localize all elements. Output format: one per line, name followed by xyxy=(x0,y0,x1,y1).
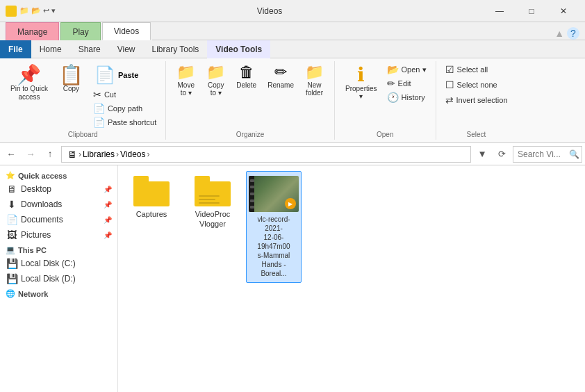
dropdown-button[interactable]: ▼ xyxy=(474,146,491,163)
pin-quick-access-button[interactable]: 📌 Pin to Quickaccess xyxy=(6,63,53,104)
edit-button[interactable]: ✏ Edit xyxy=(384,76,430,90)
local-disk-d-label: Local Disk (D:) xyxy=(21,274,112,284)
search-input[interactable] xyxy=(518,149,566,159)
invert-selection-label: Invert selection xyxy=(456,96,508,104)
ribbon-group-clipboard: 📌 Pin to Quickaccess 📋 Copy 📄 Paste ✂ Cu… xyxy=(0,61,166,140)
select-group-label: Select xyxy=(467,131,486,138)
tab-manage[interactable]: Manage xyxy=(6,22,59,40)
sidebar-section-quick-access[interactable]: ⭐ Quick access xyxy=(0,168,117,181)
sidebar-item-documents[interactable]: 📄 Documents 📌 xyxy=(0,212,117,227)
organize-group-label: Organize xyxy=(236,131,265,138)
properties-button[interactable]: ℹ Properties▾ xyxy=(340,63,382,103)
address-path[interactable]: 🖥 › Libraries › Videos › xyxy=(61,146,471,163)
pictures-label: Pictures xyxy=(21,230,101,240)
open-content: ℹ Properties▾ 📂 Open ▾ ✏ Edit 🕐 History xyxy=(340,63,430,129)
sidebar-item-local-disk-d[interactable]: 💾 Local Disk (D:) xyxy=(0,271,117,286)
cut-icon: ✂ xyxy=(93,89,101,100)
file-item-videoproc[interactable]: VideoProcVlogger xyxy=(185,171,240,283)
sidebar-item-desktop[interactable]: 🖥 Desktop 📌 xyxy=(0,181,117,197)
menu-share[interactable]: Share xyxy=(70,40,109,58)
maximize-button[interactable]: □ xyxy=(516,0,547,22)
paste-button[interactable]: 📄 Paste xyxy=(90,63,160,88)
downloads-icon: ⬇ xyxy=(6,199,18,210)
refresh-button[interactable]: ⟳ xyxy=(493,146,510,163)
quick-access-icon: ⭐ xyxy=(6,171,15,180)
move-to-icon: 📁 xyxy=(176,65,195,80)
title-bar-left: 📁 📂 ↩ ▾ xyxy=(6,6,56,17)
clipboard-content: 📌 Pin to Quickaccess 📋 Copy 📄 Paste ✂ Cu… xyxy=(6,63,160,129)
select-all-label: Select all xyxy=(457,65,488,74)
network-label: Network xyxy=(18,290,48,298)
help-icon[interactable]: ? xyxy=(567,27,579,40)
vlc-record-thumbnail: ▶ xyxy=(249,176,299,212)
open-label: Open ▾ xyxy=(402,65,427,74)
menu-file[interactable]: File xyxy=(0,40,31,58)
sidebar-section-network[interactable]: 🌐 Network xyxy=(0,286,117,300)
collapse-ribbon-icon[interactable]: ▲ xyxy=(554,28,564,39)
sidebar-item-pictures[interactable]: 🖼 Pictures 📌 xyxy=(0,227,117,243)
desktop-label: Desktop xyxy=(21,184,101,194)
file-area: Captures VideoProcVlogger xyxy=(118,165,585,392)
paste-icon: 📄 xyxy=(94,65,115,85)
menu-home[interactable]: Home xyxy=(31,40,70,58)
close-button[interactable]: ✕ xyxy=(547,0,579,22)
invert-selection-button[interactable]: ⇄ Invert selection xyxy=(442,93,511,107)
copy-path-button[interactable]: 📄 Copy path xyxy=(90,101,160,115)
new-folder-button[interactable]: 📁 Newfolder xyxy=(300,63,329,99)
paste-label: Paste xyxy=(118,71,138,79)
copy-to-button[interactable]: 📁 Copyto ▾ xyxy=(201,63,230,99)
open-button[interactable]: 📂 Open ▾ xyxy=(384,63,430,76)
tab-videos[interactable]: Videos xyxy=(102,22,151,40)
paste-shortcut-label: Paste shortcut xyxy=(108,118,156,126)
select-all-button[interactable]: ☑ Select all xyxy=(442,63,511,76)
sidebar-item-downloads[interactable]: ⬇ Downloads 📌 xyxy=(0,197,117,212)
history-button[interactable]: 🕐 History xyxy=(384,90,430,104)
delete-icon: 🗑 xyxy=(239,65,254,80)
tab-play[interactable]: Play xyxy=(60,22,100,40)
up-button[interactable]: ↑ xyxy=(42,146,58,163)
move-to-label: Moveto ▾ xyxy=(178,81,195,97)
paste-shortcut-button[interactable]: 📄 Paste shortcut xyxy=(90,115,160,129)
select-all-icon: ☑ xyxy=(445,64,454,75)
move-to-button[interactable]: 📁 Moveto ▾ xyxy=(172,63,200,99)
forward-button[interactable]: → xyxy=(22,146,39,163)
file-item-captures[interactable]: Captures xyxy=(124,171,179,283)
copy-icon: 📋 xyxy=(59,65,83,85)
search-icon: 🔍 xyxy=(569,149,579,159)
local-disk-c-label: Local Disk (C:) xyxy=(21,259,112,268)
menu-library-tools[interactable]: Library Tools xyxy=(144,40,208,58)
tab-play-label: Play xyxy=(72,27,88,37)
back-button[interactable]: ← xyxy=(3,146,19,163)
search-box[interactable]: 🔍 xyxy=(513,146,582,163)
sidebar-item-local-disk-c[interactable]: 💾 Local Disk (C:) xyxy=(0,256,117,271)
select-none-label: Select none xyxy=(457,81,497,89)
delete-button[interactable]: 🗑 Delete xyxy=(231,63,261,91)
copy-button[interactable]: 📋 Copy xyxy=(54,63,88,95)
ribbon-group-select: ☑ Select all ☐ Select none ⇄ Invert sele… xyxy=(436,61,517,140)
breadcrumb-root-icon: 🖥 xyxy=(67,149,77,160)
select-none-button[interactable]: ☐ Select none xyxy=(442,78,511,92)
this-pc-icon: 💻 xyxy=(6,245,15,254)
copy-path-icon: 📄 xyxy=(93,103,105,114)
videoproc-folder-icon xyxy=(195,176,231,206)
copy-label: Copy xyxy=(63,85,79,92)
menu-bar: File Home Share View Library Tools Video… xyxy=(0,40,585,58)
menu-view[interactable]: View xyxy=(109,40,144,58)
new-folder-icon: 📁 xyxy=(305,65,324,80)
title-bar: 📁 📂 ↩ ▾ Videos — □ ✕ xyxy=(0,0,585,22)
breadcrumb-videos[interactable]: Videos xyxy=(120,149,145,159)
cut-button[interactable]: ✂ Cut xyxy=(90,88,160,101)
file-item-vlc-record[interactable]: ▶ vlc-record-2021-12-06-19h47m00s-Mammal… xyxy=(246,171,302,283)
address-bar: ← → ↑ 🖥 › Libraries › Videos › ▼ ⟳ 🔍 xyxy=(0,143,585,165)
quick-access-bar: 📁 📂 ↩ ▾ xyxy=(19,6,56,15)
pictures-pin: 📌 xyxy=(104,231,112,239)
app-icon xyxy=(6,6,17,17)
rename-button[interactable]: ✏ Rename xyxy=(263,63,299,91)
organize-content: 📁 Moveto ▾ 📁 Copyto ▾ 🗑 Delete ✏ Rename … xyxy=(172,63,329,129)
select-content: ☑ Select all ☐ Select none ⇄ Invert sele… xyxy=(442,63,511,129)
breadcrumb-libraries[interactable]: Libraries xyxy=(83,149,115,159)
sidebar-section-this-pc[interactable]: 💻 This PC xyxy=(0,243,117,256)
menu-video-tools[interactable]: Video Tools xyxy=(207,40,270,58)
minimize-button[interactable]: — xyxy=(484,0,516,22)
downloads-pin: 📌 xyxy=(104,201,112,209)
